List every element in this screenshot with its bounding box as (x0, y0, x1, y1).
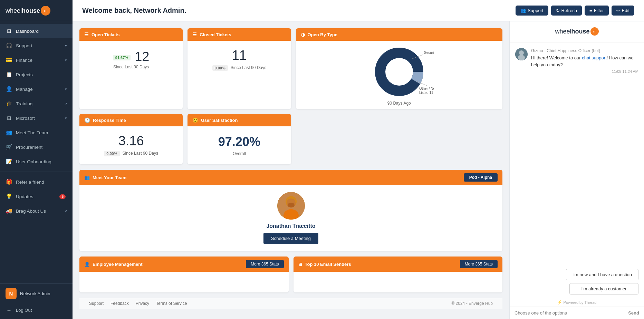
support-icon: 🎧 (6, 42, 12, 49)
chat-option-customer-button[interactable]: I'm already a customer (569, 283, 638, 294)
updates-badge: 5 (59, 194, 66, 199)
employee-management-body (79, 272, 289, 292)
bot-avatar (515, 48, 528, 60)
team-header-left: 👥 Meet Your Team (84, 175, 126, 180)
sidebar-item-projects[interactable]: 📋 Projects (0, 67, 73, 82)
user-avatar: N (6, 288, 17, 299)
thread-icon: ⚡ (557, 300, 562, 304)
pie-chart-icon: ◑ (301, 32, 305, 37)
user-satisfaction-value: 97.20% (218, 135, 260, 149)
sidebar-item-procurement[interactable]: 🛒 Procurement (0, 140, 73, 154)
team-body: Jonathan Traccitto Schedule a Meeting (79, 185, 502, 251)
bot-text: Hi there! Welcome to our chat support! H… (531, 55, 638, 68)
email-more-stats-button[interactable]: More 365 Stats (460, 260, 498, 268)
dashboard-icon: ⊞ (6, 28, 12, 35)
sidebar-item-label: Training (16, 101, 64, 106)
footer-feedback-link[interactable]: Feedback (110, 301, 129, 306)
sidebar-item-training[interactable]: 🎓 Training ↗ (0, 96, 73, 111)
external-link-icon: ↗ (64, 209, 67, 213)
logo-text-before: wheel (6, 7, 22, 14)
closed-tickets-card: ☰ Closed Tickets 11 0.00% Since Last 90 … (188, 28, 291, 109)
chat-option-new-button[interactable]: I'm new and I have a question (566, 269, 638, 280)
closed-tickets-header: ☰ Closed Tickets (188, 28, 291, 41)
svg-point-15 (518, 55, 525, 60)
sidebar-navigation: ⊞ Dashboard 🎧 Support ▾ 💳 Finance ▾ 📋 Pr… (0, 21, 73, 283)
footer-privacy-link[interactable]: Privacy (136, 301, 149, 306)
sidebar-item-user-onboarding[interactable]: 📝 User Onboarding (0, 154, 73, 169)
training-icon: 🎓 (6, 100, 12, 107)
footer-support-link[interactable]: Support (89, 301, 104, 306)
sidebar-item-label: Brag About Us (16, 209, 64, 214)
sidebar-item-manage[interactable]: 👤 Manage ▾ (0, 82, 73, 96)
closed-tickets-value: 11 (232, 49, 247, 62)
sidebar-item-meet-team[interactable]: 👥 Meet The Team (0, 125, 73, 140)
sidebar-item-finance[interactable]: 💳 Finance ▾ (0, 53, 73, 67)
finance-icon: 💳 (6, 57, 12, 64)
chat-panel: wheelhouse Gizmo - Chief Happiness O (509, 21, 644, 319)
sidebar-item-label: User Onboarding (16, 159, 67, 164)
sidebar-item-support[interactable]: 🎧 Support ▾ (0, 38, 73, 53)
logo-text-bold: house (22, 7, 40, 14)
support-button[interactable]: 👥 Support (516, 6, 548, 16)
user-satisfaction-sub: Overall (233, 151, 246, 156)
donut-chart: Security:1 Other / Not Listed:11 (365, 44, 434, 99)
email-senders-header: ⊞ Top 10 Email Senders More 365 Stats (294, 257, 503, 272)
sidebar-item-label: Updates (16, 194, 59, 199)
chevron-down-icon: ▾ (65, 58, 67, 62)
edit-icon: ✏ (616, 8, 620, 13)
chat-link[interactable]: chat support (582, 55, 607, 60)
procurement-icon: 🛒 (6, 144, 12, 151)
svg-text:Other / Not: Other / Not (419, 87, 434, 90)
sidebar-item-label: Manage (16, 87, 65, 92)
user-satisfaction-title: User Satisfaction (201, 118, 238, 123)
team-member-name: Jonathan Traccitto (266, 223, 315, 229)
powered-by-label: Powered by Thread (564, 300, 597, 304)
meet-your-team-card: 👥 Meet Your Team Pod - Alpha (79, 170, 502, 251)
footer-terms-link[interactable]: Terms of Service (156, 301, 187, 306)
response-time-body: 3.16 0.00% Since Last 90 Days (79, 126, 183, 164)
open-tickets-title: Open Tickets (92, 32, 119, 37)
sidebar-item-label: Procurement (16, 145, 67, 150)
response-time-value: 3.16 (118, 134, 144, 147)
chat-logo-icon (590, 27, 599, 36)
support-btn-icon: 👥 (520, 8, 526, 13)
sidebar-item-brag[interactable]: 🚚 Brag About Us ↗ (0, 204, 73, 218)
page-title: Welcome back, Network Admin. (82, 7, 186, 14)
schedule-meeting-button[interactable]: Schedule a Meeting (263, 233, 318, 244)
donut-caption: 90 Days Ago (387, 101, 411, 106)
refresh-button[interactable]: ↻ Refresh (551, 6, 582, 16)
sidebar-item-label: Microsoft (16, 116, 65, 121)
svg-text:Listed:11: Listed:11 (419, 91, 433, 95)
logout-icon: → (6, 307, 12, 313)
logout-label: Log Out (16, 308, 32, 313)
sidebar-logout[interactable]: → Log Out (0, 303, 73, 319)
onboarding-icon: 📝 (6, 158, 12, 165)
user-satisfaction-body: 97.20% Overall (188, 126, 291, 164)
sidebar-item-updates[interactable]: 💡 Updates 5 (0, 189, 73, 204)
chat-send-button[interactable]: Send (628, 310, 639, 316)
team-icon: 👥 (6, 129, 12, 136)
main-content: ☰ Open Tickets 91.67% 12 Since Last 90 D… (73, 21, 644, 319)
manage-icon: 👤 (6, 86, 12, 93)
closed-tickets-since: Since Last 90 Days (231, 65, 266, 70)
sidebar-item-label: Projects (16, 72, 67, 77)
bottom-row: 👤 Employee Management More 365 Stats ⊞ T… (79, 257, 502, 292)
response-time-badge: 0.00% (104, 151, 119, 156)
chat-logo-before: wheel (555, 28, 571, 35)
sidebar-item-dashboard[interactable]: ⊞ Dashboard (0, 24, 73, 38)
filter-button[interactable]: ≡ Filter (585, 6, 608, 16)
sidebar-user[interactable]: N Network Admin (0, 283, 73, 303)
svg-point-14 (519, 50, 524, 55)
sidebar-item-refer[interactable]: 🎁 Refer a friend (0, 175, 73, 189)
edit-button[interactable]: ✏ Edit (612, 6, 634, 16)
closed-tickets-title: Closed Tickets (200, 32, 231, 37)
svg-text:Security:1: Security:1 (424, 51, 434, 55)
filter-icon: ≡ (589, 8, 592, 13)
team-section-title: Meet Your Team (93, 175, 126, 180)
sidebar-item-microsoft[interactable]: ⊞ Microsoft ▾ (0, 111, 73, 125)
open-tickets-value: 12 (135, 50, 149, 63)
closed-ticket-icon: ☰ (192, 32, 197, 37)
employee-more-stats-button[interactable]: More 365 Stats (246, 260, 283, 268)
chat-input[interactable] (515, 310, 628, 316)
open-by-type-card: ◑ Open By Type (296, 28, 503, 109)
